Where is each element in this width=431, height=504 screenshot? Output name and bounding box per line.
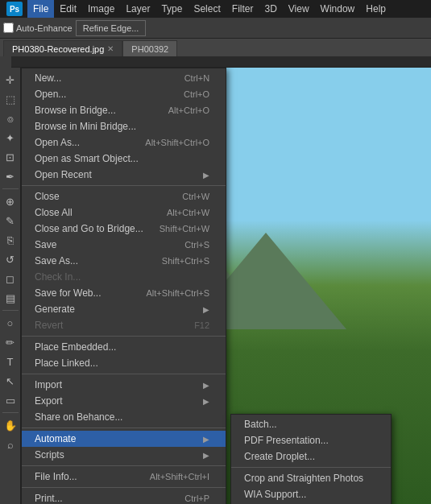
menu-file-info[interactable]: File Info... Alt+Shift+Ctrl+I	[22, 469, 226, 485]
history-tool[interactable]: ↺	[2, 250, 19, 268]
options-toolbar: Auto-Enhance Refine Edge...	[0, 18, 431, 39]
menu-select[interactable]: Select	[188, 0, 226, 18]
menu-open[interactable]: Open... Ctrl+O	[22, 86, 226, 102]
menu-edit[interactable]: Edit	[54, 0, 82, 18]
tool-divider-2	[2, 310, 19, 311]
menu-new[interactable]: New... Ctrl+N	[22, 70, 226, 86]
automate-submenu: Batch... PDF Presentation... Create Drop…	[230, 414, 392, 504]
pen-tool[interactable]: ✏	[2, 333, 19, 351]
marquee-tool[interactable]: ⬚	[2, 90, 19, 108]
menu-save-for-web[interactable]: Save for Web... Alt+Shift+Ctrl+S	[22, 285, 226, 301]
menu-view[interactable]: View	[283, 0, 315, 18]
menu-close-go-bridge[interactable]: Close and Go to Bridge... Shift+Ctrl+W	[22, 221, 226, 237]
hand-tool[interactable]: ✋	[2, 416, 19, 434]
left-toolbar: ✛ ⬚ ⌾ ✦ ⊡ ✒ ⊕ ✎ ⎘ ↺ ◻ ▤ ○ ✏ T ↖ ▭ ✋ ⌕	[0, 68, 21, 504]
tab-close-icon[interactable]: ✕	[107, 44, 114, 53]
menu-image[interactable]: Image	[82, 0, 120, 18]
auto-enhance-checkbox[interactable]	[3, 23, 14, 33]
auto-enhance-option[interactable]: Auto-Enhance	[3, 23, 73, 33]
submenu-batch[interactable]: Batch...	[231, 416, 391, 432]
menu-browse-bridge[interactable]: Browse in Bridge... Alt+Ctrl+O	[22, 102, 226, 118]
separator-3	[22, 374, 226, 374]
menu-filter[interactable]: Filter	[226, 0, 259, 18]
tab-ph00392[interactable]: PH00392	[122, 40, 177, 56]
canvas-area: New... Ctrl+N Open... Ctrl+O Browse in B…	[21, 68, 431, 504]
brush-tool[interactable]: ✎	[2, 212, 19, 229]
menu-place-embedded[interactable]: Place Embedded...	[22, 339, 226, 355]
content-area: ✛ ⬚ ⌾ ✦ ⊡ ✒ ⊕ ✎ ⎘ ↺ ◻ ▤ ○ ✏ T ↖ ▭ ✋ ⌕	[0, 68, 431, 504]
menu-check-in: Check In...	[22, 269, 226, 285]
submenu-create-droplet[interactable]: Create Droplet...	[231, 448, 391, 465]
submenu-separator-1	[231, 467, 391, 468]
eyedropper-tool[interactable]: ✒	[2, 167, 19, 185]
submenu-crop-straighten[interactable]: Crop and Straighten Photos	[231, 470, 391, 486]
app-logo: Ps	[3, 0, 26, 18]
file-menu-dropdown: New... Ctrl+N Open... Ctrl+O Browse in B…	[21, 68, 226, 504]
crop-tool[interactable]: ⊡	[2, 148, 19, 166]
ps-icon: Ps	[6, 2, 23, 16]
menu-3d[interactable]: 3D	[259, 0, 282, 18]
menu-print[interactable]: Print... Ctrl+P	[22, 490, 226, 504]
file-dropdown-menu: New... Ctrl+N Open... Ctrl+O Browse in B…	[21, 68, 226, 504]
heal-tool[interactable]: ⊕	[2, 192, 19, 210]
menu-type[interactable]: Type	[155, 0, 188, 18]
submenu-pdf-presentation[interactable]: PDF Presentation...	[231, 432, 391, 448]
tool-divider-1	[2, 188, 19, 189]
eraser-tool[interactable]: ◻	[2, 270, 19, 287]
tab-recovered-jpg[interactable]: PH0380-Recovered.jpg ✕	[3, 40, 122, 56]
separator-5	[22, 465, 226, 466]
menu-export[interactable]: Export ▶	[22, 393, 226, 409]
text-tool[interactable]: T	[2, 353, 19, 370]
zoom-tool[interactable]: ⌕	[2, 436, 19, 453]
menu-open-recent[interactable]: Open Recent ▶	[22, 167, 226, 183]
separator-1	[22, 185, 226, 186]
dodge-tool[interactable]: ○	[2, 314, 19, 332]
separator-4	[22, 428, 226, 428]
menu-close-all[interactable]: Close All Alt+Ctrl+W	[22, 204, 226, 221]
separator-2	[22, 336, 226, 337]
menu-file[interactable]: File	[27, 0, 54, 18]
menu-open-as[interactable]: Open As... Alt+Shift+Ctrl+O	[22, 134, 226, 151]
path-select-tool[interactable]: ↖	[2, 372, 19, 390]
clone-tool[interactable]: ⎘	[2, 231, 19, 249]
move-tool[interactable]: ✛	[2, 71, 19, 89]
menu-close[interactable]: Close Ctrl+W	[22, 188, 226, 204]
menu-browse-mini-bridge[interactable]: Browse in Mini Bridge...	[22, 118, 226, 134]
separator-6	[22, 487, 226, 488]
menu-generate[interactable]: Generate ▶	[22, 301, 226, 317]
menu-revert: Revert F12	[22, 317, 226, 333]
menu-open-smart-object[interactable]: Open as Smart Object...	[22, 151, 226, 167]
magic-wand-tool[interactable]: ✦	[2, 129, 19, 147]
horizontal-ruler	[11, 56, 431, 68]
menu-automate[interactable]: Automate ▶	[22, 431, 226, 447]
menu-share-behance[interactable]: Share on Behance...	[22, 409, 226, 425]
menu-window[interactable]: Window	[315, 0, 361, 18]
menu-save-as[interactable]: Save As... Shift+Ctrl+S	[22, 253, 226, 269]
menu-scripts[interactable]: Scripts ▶	[22, 447, 226, 463]
refine-edge-button[interactable]: Refine Edge...	[76, 20, 147, 36]
lasso-tool[interactable]: ⌾	[2, 109, 19, 127]
tool-divider-3	[2, 412, 19, 413]
menu-save[interactable]: Save Ctrl+S	[22, 237, 226, 253]
gradient-tool[interactable]: ▤	[2, 289, 19, 307]
menu-help[interactable]: Help	[360, 0, 392, 18]
tab-bar: PH0380-Recovered.jpg ✕ PH00392	[0, 39, 431, 56]
menubar: Ps File Edit Image Layer Type Select Fil…	[0, 0, 431, 18]
menu-import[interactable]: Import ▶	[22, 377, 226, 393]
submenu-wia-support[interactable]: WIA Support...	[231, 486, 391, 502]
shape-tool[interactable]: ▭	[2, 391, 19, 409]
menu-layer[interactable]: Layer	[120, 0, 155, 18]
menu-place-linked[interactable]: Place Linked...	[22, 355, 226, 371]
